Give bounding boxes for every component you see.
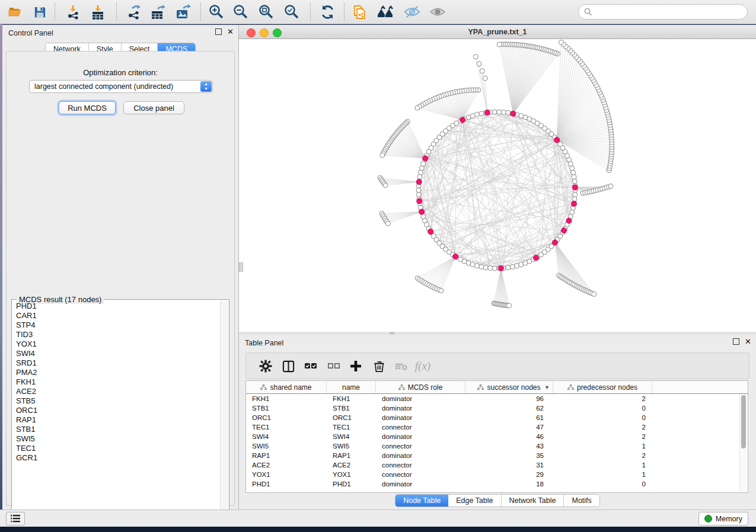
task-history-button[interactable] [6,512,25,525]
table-row[interactable]: PHD1PHD1dominator180 [246,479,748,489]
close-panel-icon[interactable]: ✕ [227,29,234,34]
show-all-eye-icon[interactable] [428,2,448,21]
zoom-selected-icon[interactable] [282,2,302,21]
table-cell: SWI5 [327,443,376,450]
table-cell: connector [376,462,465,469]
network-window-titlebar[interactable]: YPA_prune.txt_1 [239,25,756,39]
tab-network-table[interactable]: Network Table [502,495,564,507]
network-graph[interactable] [239,39,756,332]
memory-button[interactable]: Memory [698,512,748,525]
open-file-icon[interactable] [5,2,25,21]
network-canvas[interactable] [239,39,756,332]
settings-gear-icon[interactable] [257,357,275,375]
table-cell: STB1 [327,405,376,412]
select-all-checkboxes-icon[interactable] [302,357,320,375]
column-header-predecessor-nodes[interactable]: predecessor nodes [553,381,652,393]
table-cell: 2 [553,433,652,440]
table-cell: YOX1 [327,471,376,478]
zoom-fit-icon[interactable] [256,2,276,21]
refresh-icon[interactable] [317,2,337,21]
table-cell: 18 [465,480,553,488]
optimization-criterion-select[interactable]: largest connected component (undirected)… [29,80,213,93]
close-panel-button[interactable]: Close panel [123,101,184,114]
export-network-icon[interactable] [123,2,143,21]
delete-column-trash-icon[interactable] [370,357,388,375]
table-scrollbar-thumb[interactable] [741,395,746,448]
node-table-body: FKH1FKH1dominator962STB1STB1dominator620… [246,394,748,489]
table-header-row: shared name name MCDS role successor nod… [246,381,748,394]
mcds-result-group: MCDS result (17 nodes) PHD1CAR1STP4TID3Y… [11,299,229,517]
table-row[interactable]: ACE2ACE2connector311 [246,460,748,470]
table-cell: 1 [553,462,652,469]
network-view-window: YPA_prune.txt_1 [239,25,756,332]
import-network-icon[interactable] [63,2,83,21]
vertical-splitter-handle[interactable] [239,262,243,272]
import-table-icon[interactable] [88,2,108,21]
mcds-result-item[interactable]: CAR1 [16,311,220,321]
tab-motifs[interactable]: Motifs [564,495,599,507]
search-field[interactable] [595,7,747,17]
mcds-result-item[interactable]: PMA2 [16,368,220,377]
table-tabs-row: Node Table Edge Table Network Table Moti… [239,494,756,507]
table-cell: 61 [465,414,553,421]
mcds-result-item[interactable]: RAP1 [16,415,220,425]
mcds-result-item[interactable]: PHD1 [16,302,220,311]
mcds-result-item[interactable]: FKH1 [16,377,220,387]
export-image-icon[interactable] [173,2,193,21]
table-cell: RAP1 [246,452,327,459]
table-row[interactable]: SWI4SWI4dominator462 [246,432,748,441]
mcds-result-item[interactable]: YOX1 [16,339,220,349]
hide-selected-eye-icon[interactable] [402,2,422,21]
mcds-result-item[interactable]: STP4 [16,321,220,330]
mcds-result-item[interactable]: STB5 [16,396,220,406]
node-table[interactable]: shared name name MCDS role successor nod… [245,380,748,493]
mcds-list-scrollbar[interactable] [220,300,228,516]
mcds-result-item[interactable]: SWI4 [16,349,220,358]
table-cell: dominator [376,433,465,440]
table-row[interactable]: YOX1YOX1connector291 [246,470,748,479]
share-document-icon[interactable] [349,2,369,21]
table-row[interactable]: STB1STB1dominator620 [246,403,748,413]
close-table-panel-icon[interactable]: ✕ [745,339,751,344]
run-mcds-button[interactable]: Run MCDS [59,101,116,114]
mcds-result-item[interactable]: SRD1 [16,358,220,368]
mcds-result-item[interactable]: TEC1 [16,444,220,453]
add-column-icon[interactable] [347,357,365,375]
mcds-result-item[interactable]: STB1 [16,425,220,434]
overview-icon[interactable] [375,2,395,21]
column-header-successor-nodes[interactable]: successor nodes▼ [465,381,553,393]
table-cell: SWI4 [246,433,327,440]
mcds-result-item[interactable]: ORC1 [16,406,220,415]
mcds-result-item[interactable]: TID3 [16,330,220,339]
table-cell: SWI4 [327,433,376,440]
column-header-mcds-role[interactable]: MCDS role [376,381,465,393]
column-header-shared-name[interactable]: shared name [246,381,327,393]
mcds-result-item[interactable]: ACE2 [16,387,220,396]
toolbar-separator [344,3,344,21]
float-table-panel-icon[interactable] [733,338,739,345]
control-panel-title: Control Panel [8,29,53,37]
sort-chevron-icon[interactable]: ▼ [544,384,550,390]
table-row[interactable]: RAP1RAP1dominator352 [246,451,748,460]
zoom-in-icon[interactable] [206,2,227,21]
table-row[interactable]: TEC1TEC1connector472 [246,422,748,432]
tab-edge-table[interactable]: Edge Table [448,495,501,507]
table-scrollbar[interactable] [739,394,747,492]
tab-node-table[interactable]: Node Table [395,495,448,507]
export-table-icon[interactable] [148,2,168,21]
mcds-result-list[interactable]: PHD1CAR1STP4TID3YOX1SWI4SRD1PMA2FKH1ACE2… [12,302,220,516]
deselect-all-checkboxes-icon[interactable] [325,357,343,375]
table-row[interactable]: SWI5SWI5connector431 [246,441,748,451]
float-panel-icon[interactable] [215,28,222,35]
mcds-result-item[interactable]: SWI5 [16,434,220,444]
table-row[interactable]: ORC1ORC1dominator610 [246,413,748,422]
table-cell: connector [376,471,465,478]
zoom-out-icon[interactable] [231,2,251,21]
column-header-name[interactable]: name [327,381,376,393]
mcds-result-item[interactable]: GCR1 [16,453,220,463]
table-row[interactable]: FKH1FKH1dominator962 [246,394,748,403]
search-input[interactable] [578,4,748,20]
table-cell: PHD1 [327,480,376,488]
columns-icon[interactable] [279,357,297,375]
save-session-icon[interactable] [30,2,50,21]
